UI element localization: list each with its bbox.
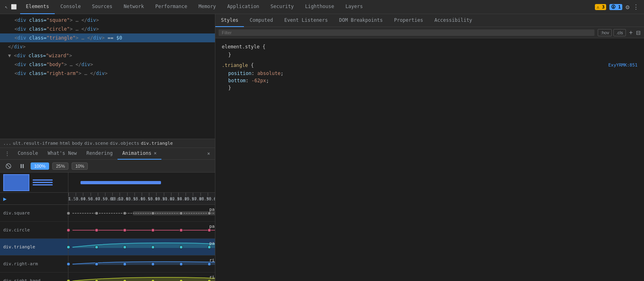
breadcrumb-item[interactable]: body [72,141,83,146]
anim-row-label[interactable]: div.triangle [0,239,68,255]
anim-row[interactable]: div.squarepath_square [0,205,215,222]
breadcrumb: ... ult.result-iframe html body div.scen… [0,139,215,148]
close-panel-icon[interactable]: × [204,151,213,156]
tab-styles[interactable]: Styles [215,14,244,27]
bottom-tabs-more-icon[interactable]: ⋮ [2,151,13,156]
bottom-tabs: ⋮ Console What's New Rendering Animation… [0,148,215,160]
stop-button[interactable] [3,162,14,170]
breadcrumb-item[interactable]: ult.result-iframe [13,141,58,146]
dom-line[interactable]: ▼ <div class="wizard"> [0,51,215,60]
tab-elements[interactable]: Elements [20,0,55,14]
svg-point-74 [95,262,98,266]
speed-10-button[interactable]: 10% [72,162,88,170]
svg-point-56 [208,246,211,249]
tab-console[interactable]: Console [55,0,87,14]
anim-row-label[interactable]: div.right-arm [0,256,68,272]
anim-row[interactable]: div.circlepath_circle [0,222,215,239]
more-icon[interactable]: ⋮ [633,3,639,11]
tab-lighthouse[interactable]: Lighthouse [299,0,340,14]
anim-preview-timeline[interactable] [68,173,215,192]
anim-row[interactable]: div.right-handright_hand [0,273,215,281]
style-close-brace: } [222,51,638,58]
ruler-mark-line [120,193,120,196]
anim-track-svg: right_hand [68,273,215,281]
svg-point-53 [123,246,126,249]
tab-dom-breakpoints[interactable]: DOM Breakpoints [334,14,388,27]
anim-row-label[interactable]: div.right-hand [0,273,68,281]
tab-security[interactable]: Security [265,0,299,14]
anim-row-track[interactable]: path_square [68,205,215,221]
tab-properties[interactable]: Properties [388,14,429,27]
anim-row-label[interactable]: div.circle [0,222,68,238]
play-icon[interactable]: ▶ [3,196,6,202]
breadcrumb-item[interactable]: div.objects [110,141,139,146]
dom-line[interactable]: <div class="circle"> … </div> [0,25,215,33]
close-animations-tab[interactable]: × [154,150,157,156]
cls-button[interactable]: .cls [613,29,626,36]
breadcrumb-item[interactable]: html [60,141,70,146]
svg-point-7 [95,212,98,215]
timeline-ruler[interactable]: 0 1.50 s 3.00 s 4.50 s 6.00 s 7.50 s 9.0… [68,193,215,204]
svg-point-73 [67,262,70,266]
ruler-mark-line [127,193,128,196]
tab-event-listeners[interactable]: Event Listeners [279,14,333,27]
anim-row-track[interactable]: path_triangle [68,239,215,255]
style-selector[interactable]: element.style { [222,43,638,50]
device-icon[interactable]: ⬜ [11,4,17,10]
svg-point-29 [67,229,70,232]
tab-accessibility[interactable]: Accessibility [429,14,478,27]
svg-point-52 [95,246,98,249]
svg-point-51 [67,246,70,249]
anim-row-track[interactable]: right_hand [68,273,215,281]
speed-25-button[interactable]: 25% [52,162,68,170]
anim-rows: div.squarepath_squarediv.circlepath_circ… [0,205,215,281]
tab-computed[interactable]: Computed [244,14,279,27]
tab-console-bottom[interactable]: Console [13,148,43,160]
svg-rect-2 [21,164,22,168]
timeline-header: ▶ 0 1.50 s 3.00 s 4.50 s 6.00 s 7.50 s 9… [0,193,215,205]
anim-row-track[interactable]: right_arm [68,256,215,272]
style-property-position[interactable]: position: absolute; [222,70,638,77]
dom-line[interactable]: <div class="square"> … </div> [0,16,215,25]
tab-animations[interactable]: Animations × [118,148,161,160]
ruler-mark-line [149,193,149,196]
style-selector-triangle[interactable]: ExyYRMK:851 .triangle { [222,62,638,69]
tab-sources[interactable]: Sources [87,0,118,14]
dom-line-selected[interactable]: <div class="triangle"> … </div> == $0 [0,33,215,42]
dom-line[interactable]: <div class="right-arm"> … </div> [0,69,215,78]
filter-input[interactable] [219,29,594,36]
expand-button[interactable]: ⊟ [636,29,641,36]
tab-network[interactable]: Network [118,0,150,14]
svg-point-55 [180,246,183,249]
speed-100-button[interactable]: 100% [31,162,49,170]
style-property-bottom[interactable]: bottom: -62px; [222,77,638,84]
breadcrumb-item[interactable]: div.triangle [141,141,173,146]
svg-point-10 [180,212,183,215]
cursor-icon[interactable]: ↖ [5,4,8,10]
anim-row[interactable]: div.trianglepath_triangle [0,239,215,256]
svg-point-95 [67,279,70,281]
anim-row-track[interactable]: path_circle [68,222,215,238]
hov-button[interactable]: :hov [598,29,612,36]
svg-point-11 [208,212,211,215]
scrubber-line [33,184,53,185]
tab-application[interactable]: Application [222,0,265,14]
tab-whats-new[interactable]: What's New [43,148,82,160]
tab-rendering[interactable]: Rendering [82,148,118,160]
tab-performance[interactable]: Performance [150,0,193,14]
anim-row-label[interactable]: div.square [0,205,68,221]
style-close-brace-triangle: } [222,84,638,92]
tab-layers[interactable]: Layers [340,0,368,14]
anim-row[interactable]: div.right-armright_arm [0,256,215,273]
ruler-mark-line [68,193,69,196]
svg-point-98 [151,279,155,281]
ruler-mark-line [193,193,193,196]
tab-memory[interactable]: Memory [193,0,221,14]
pause-button[interactable] [17,162,27,170]
breadcrumb-item[interactable]: div.scene [84,141,108,146]
add-style-button[interactable]: + [627,29,634,36]
dom-line[interactable]: <div class="body"> … </div> [0,60,215,69]
style-source[interactable]: ExyYRMK:851 [608,62,638,69]
dom-line[interactable]: </div> [0,42,215,51]
settings-icon[interactable]: ⚙ [625,3,630,11]
